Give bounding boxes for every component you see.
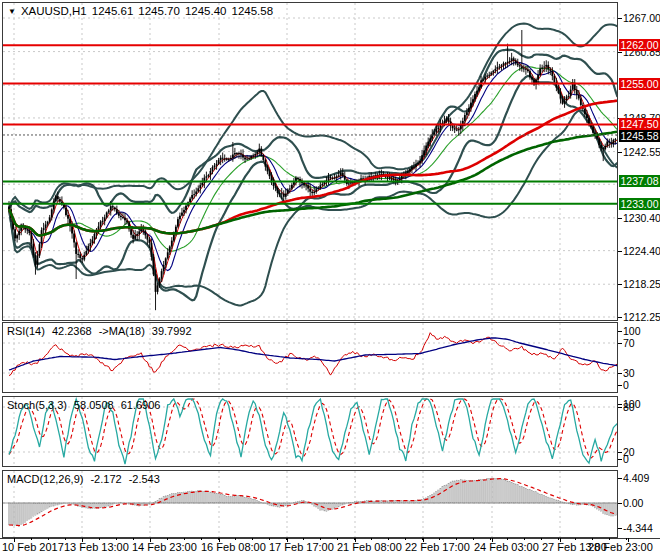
price-badge-current: 1245.58	[619, 130, 660, 142]
time-minor-tick	[31, 538, 32, 540]
time-minor-tick	[371, 538, 372, 540]
bar-open: 1245.61	[92, 5, 134, 17]
axis-tick-mark	[618, 152, 622, 153]
macd-label: MACD(12,26,9)-2.172-2.543	[7, 473, 167, 485]
time-axis-label: 10 Feb 2017	[2, 541, 64, 553]
bar-close: 1245.58	[231, 5, 273, 17]
axis-tick-mark	[618, 404, 622, 405]
time-minor-tick	[99, 538, 100, 540]
time-axis-label: 22 Feb 17:00	[405, 541, 470, 553]
indicator-axis-label: 0.00	[623, 497, 659, 509]
main-chart-canvas[interactable]	[3, 3, 617, 320]
chart-symbol: XAUUSD,H1	[21, 5, 87, 17]
indicator-axis-label: 30	[623, 367, 659, 379]
price-axis-label: 1218.25	[623, 278, 659, 290]
time-minor-tick	[235, 538, 236, 540]
time-axis-label: 24 Feb 03:00	[474, 541, 539, 553]
axis-tick-mark	[618, 503, 622, 504]
axis-tick-mark	[618, 317, 622, 318]
price-badge-resistance: 1247.50	[619, 118, 660, 130]
bar-high: 1245.70	[138, 5, 180, 17]
macd-name: MACD(12,26,9)	[7, 473, 83, 485]
time-minor-tick	[456, 538, 457, 540]
time-minor-tick	[303, 538, 304, 540]
axis-tick-mark	[618, 218, 622, 219]
time-minor-tick	[507, 538, 508, 540]
time-minor-tick	[405, 538, 406, 540]
time-axis-label: 28 Feb 23:00	[588, 541, 653, 553]
macd-signal-value: -2.543	[129, 473, 160, 485]
time-minor-tick	[473, 538, 474, 540]
axis-tick-mark	[618, 343, 622, 344]
axis-tick-mark	[618, 385, 622, 386]
one-click-trading-arrow-icon[interactable]: ▼	[8, 7, 16, 16]
price-axis-label: 1230.40	[623, 212, 659, 224]
main-chart-panel[interactable]: ▼XAUUSD,H11245.611245.701245.401245.58	[2, 2, 618, 321]
time-minor-tick	[388, 538, 389, 540]
axis-tick-mark	[618, 528, 622, 529]
indicator-axis-label: 80	[623, 401, 659, 413]
price-badge-support: 1237.08	[619, 175, 660, 187]
time-axis-label: 16 Feb 08:00	[201, 541, 266, 553]
time-minor-tick	[167, 538, 168, 540]
rsi-name: RSI(14)	[7, 325, 45, 337]
axis-tick-mark	[618, 251, 622, 252]
price-axis-label: 1267.00	[623, 12, 659, 24]
axis-tick-mark	[618, 452, 622, 453]
axis-tick-mark	[618, 373, 622, 374]
price-axis-label: 1224.40	[623, 245, 659, 257]
axis-tick-mark	[618, 331, 622, 332]
price-badge-resistance: 1255.00	[619, 78, 660, 90]
axis-tick-mark	[618, 459, 622, 460]
price-axis-label: 1242.55	[623, 146, 659, 158]
stoch-name: Stoch(5,3,3)	[7, 399, 67, 411]
time-minor-tick	[184, 538, 185, 540]
time-minor-tick	[541, 538, 542, 540]
time-minor-tick	[490, 538, 491, 540]
time-minor-tick	[592, 538, 593, 540]
time-axis-label: 17 Feb 17:00	[269, 541, 334, 553]
chart-title: ▼XAUUSD,H11245.611245.701245.401245.58	[8, 5, 278, 17]
indicator-axis-label: 0	[623, 453, 659, 465]
indicator-axis-label: 0	[623, 379, 659, 391]
time-minor-tick	[201, 538, 202, 540]
rsi-ma-value: 39.7992	[152, 325, 192, 337]
axis-tick-mark	[618, 478, 622, 479]
time-minor-tick	[337, 538, 338, 540]
time-minor-tick	[609, 538, 610, 540]
time-axis-label: 13 Feb 13:00	[64, 541, 129, 553]
rsi-label: RSI(14)42.2368->MA(18)39.7992	[7, 325, 199, 337]
price-axis-label: 1212.25	[623, 311, 659, 323]
time-minor-tick	[439, 538, 440, 540]
price-badge-support: 1233.00	[619, 198, 660, 210]
axis-tick-mark	[618, 284, 622, 285]
axis-tick-mark	[618, 52, 622, 53]
macd-panel[interactable]: MACD(12,26,9)-2.172-2.543	[2, 470, 618, 538]
price-badge-resistance: 1262.00	[619, 39, 660, 51]
stoch-value: 58.0508	[74, 399, 114, 411]
time-minor-tick	[133, 538, 134, 540]
rsi-value: 42.2368	[52, 325, 92, 337]
time-minor-tick	[269, 538, 270, 540]
time-minor-tick	[48, 538, 49, 540]
indicator-axis-label: 70	[623, 337, 659, 349]
time-axis-label: 14 Feb 23:00	[132, 541, 197, 553]
rsi-panel[interactable]: RSI(14)42.2368->MA(18)39.7992	[2, 322, 618, 393]
rsi-ma-name: ->MA(18)	[99, 325, 145, 337]
time-minor-tick	[252, 538, 253, 540]
time-minor-tick	[65, 538, 66, 540]
time-minor-tick	[524, 538, 525, 540]
mt4-chart-window: ▼XAUUSD,H11245.611245.701245.401245.58 R…	[0, 0, 660, 560]
stochastic-label: Stoch(5,3,3)58.050861.6906	[7, 399, 167, 411]
macd-value: -2.172	[90, 473, 121, 485]
time-minor-tick	[575, 538, 576, 540]
time-minor-tick	[626, 538, 627, 540]
stoch-signal-value: 61.6906	[121, 399, 161, 411]
time-minor-tick	[116, 538, 117, 540]
time-minor-tick	[320, 538, 321, 540]
stochastic-panel[interactable]: Stoch(5,3,3)58.050861.6906	[2, 396, 618, 467]
indicator-axis-label: -4.344	[623, 522, 659, 534]
axis-tick-mark	[618, 407, 622, 408]
time-axis-label: 21 Feb 08:00	[337, 541, 402, 553]
indicator-axis-label: 4.409	[623, 472, 659, 484]
